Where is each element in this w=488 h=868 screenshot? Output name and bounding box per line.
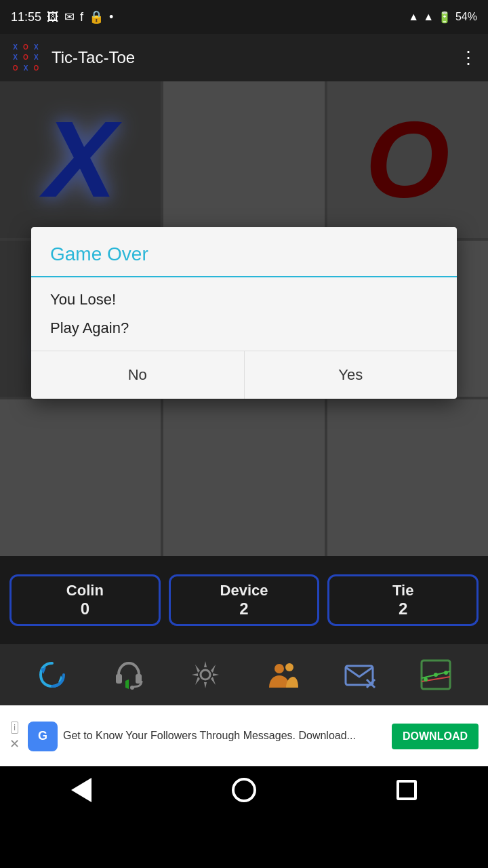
app-title: Tic-Tac-Toe [52, 48, 449, 67]
ad-download-button[interactable]: DOWNLOAD [392, 724, 479, 749]
back-icon [71, 778, 92, 802]
ad-text: Get to Know Your Followers Through Messa… [63, 729, 356, 743]
status-bar: 11:55 🖼 ✉ f 🔒 • ▲ ▲ 🔋 54% [0, 0, 488, 34]
yes-button[interactable]: Yes [245, 351, 458, 399]
score-label-colin: Colin [66, 582, 104, 599]
dialog-buttons: No Yes [31, 351, 457, 399]
mail-icon[interactable] [339, 654, 380, 695]
chart-icon[interactable] [415, 654, 456, 695]
home-button[interactable] [224, 770, 264, 810]
score-value-tie: 2 [399, 599, 407, 618]
signal-icon: ▲ [423, 11, 434, 23]
score-label-device: Device [220, 582, 268, 599]
app-bar: X O X X O X O X O Tic-Tac-Toe ⋮ [0, 34, 488, 81]
ad-close[interactable]: ✕ [9, 736, 20, 751]
battery-percent: 54% [455, 11, 477, 23]
refresh-icon[interactable] [32, 654, 73, 695]
dialog-message2: Play Again? [50, 319, 438, 337]
svg-point-4 [274, 664, 284, 673]
score-value-device: 2 [239, 599, 248, 618]
wifi-icon: ▲ [408, 11, 419, 23]
ad-label: i [11, 722, 18, 734]
ad-info: i ✕ G Get to Know Your Followers Through… [9, 722, 384, 751]
svg-point-5 [285, 663, 293, 671]
dialog-body: You Lose! Play Again? [31, 277, 457, 351]
svg-point-13 [434, 673, 438, 677]
svg-point-14 [444, 671, 448, 675]
facebook-icon: f [80, 10, 83, 24]
settings-icon[interactable] [185, 654, 226, 695]
photo-icon: 🖼 [47, 10, 59, 24]
home-icon [232, 778, 256, 802]
lock-icon: 🔒 [89, 9, 104, 24]
svg-point-2 [130, 686, 134, 690]
score-box-colin: Colin 0 [9, 574, 161, 626]
bottom-toolbar [0, 644, 488, 705]
score-box-tie: Tie 2 [327, 574, 479, 626]
app-icon: X O X X O X O X O [11, 43, 41, 73]
dialog-title: Game Over [31, 227, 457, 276]
no-button[interactable]: No [31, 351, 245, 399]
back-button[interactable] [61, 770, 102, 810]
ad-banner: i ✕ G Get to Know Your Followers Through… [0, 705, 488, 766]
time: 11:55 [11, 10, 41, 24]
dot-icon: • [109, 10, 113, 24]
users-icon[interactable] [262, 654, 303, 695]
recents-button[interactable] [386, 770, 427, 810]
score-label-tie: Tie [392, 582, 413, 599]
battery-icon: 🔋 [438, 11, 451, 24]
score-value-colin: 0 [81, 599, 89, 618]
game-over-dialog: Game Over You Lose! Play Again? No Yes [31, 227, 457, 399]
score-box-device: Device 2 [169, 574, 320, 626]
recents-icon [396, 780, 417, 800]
email-icon: ✉ [64, 9, 75, 24]
svg-point-3 [201, 670, 210, 679]
dialog-message1: You Lose! [50, 291, 438, 309]
status-bar-left: 11:55 🖼 ✉ f 🔒 • [11, 9, 113, 24]
ad-icon: G [28, 722, 58, 751]
scoreboard: Colin 0 Device 2 Tie 2 [0, 556, 488, 644]
menu-button[interactable]: ⋮ [460, 47, 477, 68]
headset-icon[interactable] [108, 654, 149, 695]
svg-rect-0 [116, 674, 122, 684]
status-bar-right: ▲ ▲ 🔋 54% [408, 11, 477, 24]
svg-point-12 [424, 677, 428, 682]
nav-bar [0, 766, 488, 814]
